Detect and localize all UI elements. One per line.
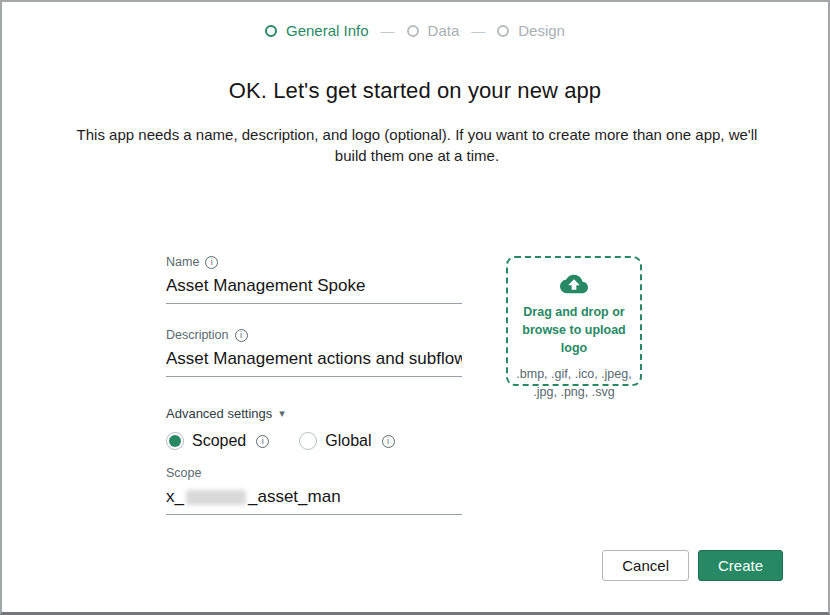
advanced-settings-toggle[interactable]: Advanced settings ▾ (166, 406, 285, 421)
redacted-scope-segment (186, 490, 246, 505)
footer-actions: Cancel Create (602, 550, 783, 581)
radio-selected-icon (166, 432, 184, 450)
scope-value-prefix: x_ (166, 487, 184, 507)
radio-scoped[interactable]: Scoped i (166, 432, 269, 450)
upload-instruction-line2: browse to upload logo (508, 321, 640, 357)
scope-field-label: Scope (166, 466, 201, 480)
step-design[interactable]: Design (497, 22, 565, 39)
info-icon[interactable]: i (205, 256, 218, 269)
scope-value-suffix: _asset_man (248, 487, 341, 507)
step-separator: — (381, 23, 395, 39)
description-field-group: Description i (166, 328, 462, 377)
create-button[interactable]: Create (698, 550, 783, 581)
upload-formats-line1: .bmp, .gif, .ico, .jpeg, (508, 366, 640, 384)
cancel-button[interactable]: Cancel (602, 550, 689, 581)
radio-scoped-label: Scoped (192, 432, 246, 450)
new-app-wizard-dialog: General Info — Data — Design OK. Let's g… (0, 0, 830, 615)
name-input[interactable] (166, 271, 462, 304)
caret-down-icon: ▾ (279, 407, 285, 420)
name-field-group: Name i (166, 255, 462, 304)
radio-unselected-icon (299, 432, 317, 450)
step-label: Design (518, 22, 565, 39)
step-label: General Info (286, 22, 369, 39)
upload-cloud-icon (560, 273, 588, 295)
info-icon[interactable]: i (382, 435, 395, 448)
step-circle-icon (497, 25, 509, 37)
step-label: Data (428, 22, 460, 39)
description-input[interactable] (166, 344, 462, 377)
step-separator: — (471, 23, 485, 39)
info-icon[interactable]: i (256, 435, 269, 448)
step-data[interactable]: Data (407, 22, 460, 39)
advanced-settings-label: Advanced settings (166, 406, 272, 421)
radio-global-label: Global (325, 432, 371, 450)
description-field-label: Description (166, 328, 229, 342)
page-subtitle: This app needs a name, description, and … (67, 125, 767, 166)
step-general-info[interactable]: General Info (265, 22, 369, 39)
wizard-stepper: General Info — Data — Design (2, 22, 828, 39)
step-circle-icon (407, 25, 419, 37)
page-title: OK. Let's get started on your new app (2, 78, 828, 104)
upload-instruction-line1: Drag and drop or (508, 303, 640, 321)
name-field-label: Name (166, 255, 199, 269)
radio-global[interactable]: Global i (299, 432, 394, 450)
step-circle-icon (265, 25, 277, 37)
scope-field-group: Scope x_ _asset_man (166, 466, 462, 515)
upload-formats-line2: .jpg, .png, .svg (508, 384, 640, 402)
logo-upload-dropzone[interactable]: Drag and drop or browse to upload logo .… (506, 256, 642, 386)
app-scope-radio-group: Scoped i Global i (166, 432, 395, 450)
info-icon[interactable]: i (235, 329, 248, 342)
scope-input[interactable]: x_ _asset_man (166, 482, 462, 515)
